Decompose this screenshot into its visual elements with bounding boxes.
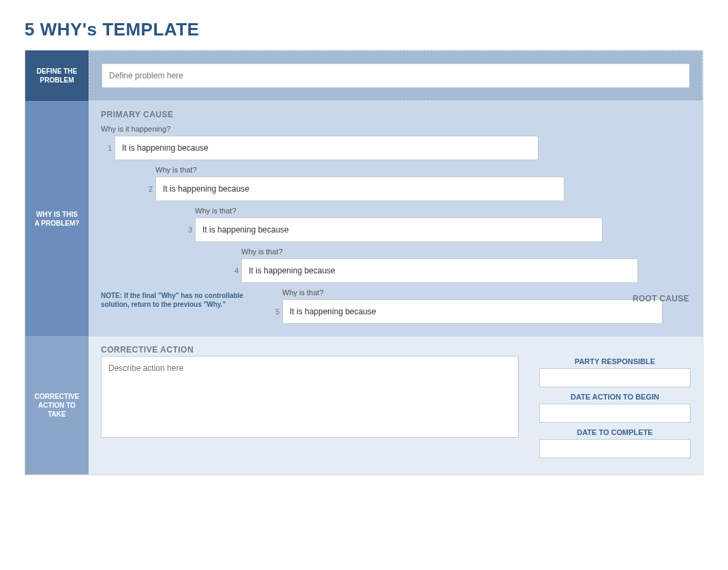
corrective-sidebar-line3: TAKE xyxy=(48,410,65,419)
why-input-5[interactable] xyxy=(282,299,663,324)
date-begin-label: DATE ACTION TO BEGIN xyxy=(539,393,691,401)
whys-sidebar-line1: WHY IS THIS xyxy=(36,210,78,219)
note-text: NOTE: If the final "Why" has no controll… xyxy=(101,291,258,309)
date-complete-label: DATE TO COMPLETE xyxy=(539,428,691,436)
why-step-5: 5 xyxy=(269,299,691,324)
step-number-1: 1 xyxy=(101,144,112,152)
party-responsible-input[interactable] xyxy=(539,368,691,387)
why-step-3: 3 xyxy=(181,217,691,242)
whys-sidebar: WHY IS THIS A PROBLEM? xyxy=(25,101,89,336)
corrective-row: CORRECTIVE ACTION TO TAKE CORRECTIVE ACT… xyxy=(25,336,703,475)
corrective-action-header: CORRECTIVE ACTION xyxy=(101,345,691,355)
why-input-4[interactable] xyxy=(241,258,638,283)
corrective-body: CORRECTIVE ACTION PARTY RESPONSIBLE DATE… xyxy=(89,336,703,475)
date-begin-input[interactable] xyxy=(539,404,691,423)
why-input-3[interactable] xyxy=(195,217,603,242)
why-question-4: Why is that? xyxy=(241,247,691,256)
document-page: 5 WHY's TEMPLATE DEFINE THE PROBLEM WHY … xyxy=(0,0,728,570)
why-step-2: 2 xyxy=(142,177,691,201)
corrective-sidebar-line1: CORRECTIVE xyxy=(35,392,80,401)
step-number-2: 2 xyxy=(142,185,153,193)
define-problem-input[interactable] xyxy=(102,63,690,88)
page-title: 5 WHY's TEMPLATE xyxy=(25,19,703,40)
root-cause-label: ROOT CAUSE xyxy=(633,294,689,303)
why-input-1[interactable] xyxy=(115,136,539,160)
step-number-5: 5 xyxy=(269,308,279,316)
step-number-4: 4 xyxy=(228,267,239,275)
why-step-1: 1 xyxy=(101,136,691,160)
whys-body: PRIMARY CAUSE Why is it happening? 1 Why… xyxy=(89,101,703,336)
why-question-5: Why is that? xyxy=(282,288,691,297)
define-sidebar: DEFINE THE PROBLEM xyxy=(25,50,89,101)
whys-row: WHY IS THIS A PROBLEM? PRIMARY CAUSE Why… xyxy=(25,101,703,336)
template-sheet: DEFINE THE PROBLEM WHY IS THIS A PROBLEM… xyxy=(25,50,703,475)
corrective-action-textarea[interactable] xyxy=(101,356,519,438)
step-number-3: 3 xyxy=(181,226,192,234)
corrective-sidebar-line2: ACTION TO xyxy=(38,401,76,410)
why-question-2: Why is that? xyxy=(155,166,691,174)
why-question-3: Why is that? xyxy=(195,207,691,215)
primary-cause-header: PRIMARY CAUSE xyxy=(101,110,691,119)
define-body xyxy=(89,50,703,101)
whys-sidebar-line2: A PROBLEM? xyxy=(35,219,80,228)
why-step-4: 4 xyxy=(228,258,691,283)
define-row: DEFINE THE PROBLEM xyxy=(25,50,703,101)
date-complete-input[interactable] xyxy=(539,439,691,458)
define-sidebar-line1: DEFINE THE xyxy=(37,67,77,76)
why-input-2[interactable] xyxy=(155,177,564,201)
corrective-sidebar: CORRECTIVE ACTION TO TAKE xyxy=(25,336,89,475)
party-responsible-label: PARTY RESPONSIBLE xyxy=(539,357,691,365)
define-sidebar-line2: PROBLEM xyxy=(40,76,74,85)
why-question-1: Why is it happening? xyxy=(101,125,691,133)
